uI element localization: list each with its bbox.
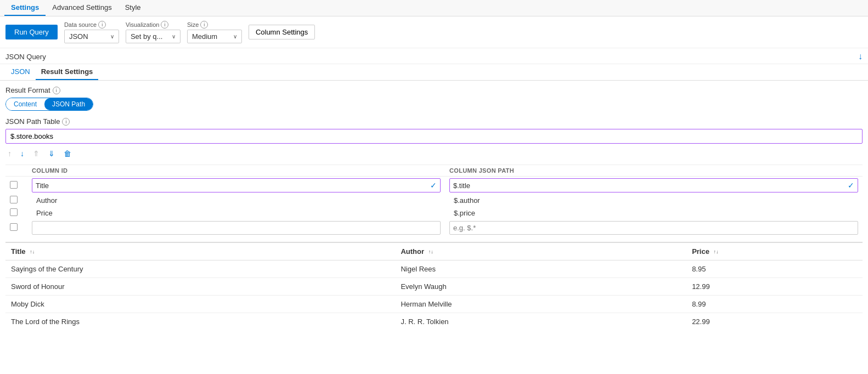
- column-id-value: Title: [36, 182, 49, 190]
- row-checkbox-cell-new: [5, 219, 27, 236]
- size-dropdown[interactable]: Medium ∨: [187, 30, 242, 43]
- row-new-id-cell: [27, 219, 445, 236]
- visualization-label: Visualization i: [126, 21, 181, 29]
- list-item: Sword of HonourEvelyn Waugh12.99: [5, 278, 863, 296]
- columns-table: COLUMN ID COLUMN JSON PATH Title ✓ $: [5, 165, 863, 236]
- column-id-header: COLUMN ID: [27, 165, 445, 177]
- format-content-button[interactable]: Content: [6, 98, 44, 110]
- data-source-dropdown[interactable]: JSON ∨: [64, 30, 119, 43]
- json-query-label: JSON Query: [5, 53, 46, 61]
- result-cell-price: 8.95: [686, 260, 863, 278]
- download-icon[interactable]: ↓: [858, 52, 863, 61]
- result-format-label: Result Format i: [5, 86, 863, 94]
- result-cell-author: Herman Melville: [395, 296, 686, 313]
- column-settings-button[interactable]: Column Settings: [249, 25, 315, 39]
- json-path-value: $.title: [453, 182, 470, 190]
- row-json-path-cell: $.author: [445, 194, 863, 207]
- new-column-id-input[interactable]: [32, 221, 441, 235]
- row-checkbox[interactable]: [10, 181, 18, 189]
- delete-button[interactable]: 🗑: [61, 148, 74, 159]
- list-item: Sayings of the CenturyNigel Rees8.95: [5, 260, 863, 278]
- row-checkbox-cell: [5, 177, 27, 195]
- visualization-dropdown[interactable]: Set by q... ∨: [126, 30, 181, 43]
- json-path-value: $.price: [449, 206, 480, 220]
- results-col-price[interactable]: Price ↑↓: [686, 243, 863, 260]
- results-header-row: Title ↑↓ Author ↑↓ Price ↑↓: [5, 243, 863, 260]
- row-column-id-cell: Price: [27, 207, 445, 219]
- json-path-table-label: JSON Path Table i: [5, 117, 863, 126]
- tab-advanced-settings[interactable]: Advanced Settings: [46, 0, 118, 16]
- result-cell-title: Sayings of the Century: [5, 260, 395, 278]
- result-cell-title: The Lord of the Rings: [5, 313, 395, 331]
- move-up-button[interactable]: ↑: [5, 148, 14, 159]
- row-checkbox-new[interactable]: [10, 223, 18, 231]
- tab-result-settings[interactable]: Result Settings: [36, 64, 99, 80]
- table-row: Author $.author: [5, 194, 863, 207]
- check-icon-path: ✓: [848, 181, 854, 190]
- move-down-button[interactable]: ↓: [18, 148, 26, 159]
- table-row: Title ✓ $.title ✓: [5, 177, 863, 195]
- row-checkbox-cell: [5, 194, 27, 207]
- result-cell-price: 22.99: [686, 313, 863, 331]
- columns-header-row: COLUMN ID COLUMN JSON PATH: [5, 165, 863, 177]
- visualization-group: Visualization i Set by q... ∨: [126, 21, 181, 43]
- results-section: Title ↑↓ Author ↑↓ Price ↑↓ Sayings of t…: [5, 242, 863, 330]
- json-path-input[interactable]: [5, 129, 863, 144]
- sort-icon-author: ↑↓: [429, 250, 433, 254]
- size-label: Size i: [187, 21, 242, 29]
- size-group: Size i Medium ∨: [187, 21, 242, 43]
- row-json-path-cell: $.price: [445, 207, 863, 219]
- top-tabs: Settings Advanced Settings Style: [0, 0, 868, 16]
- tab-settings[interactable]: Settings: [4, 0, 46, 16]
- result-cell-title: Sword of Honour: [5, 278, 395, 296]
- data-source-group: Data source i JSON ∨: [64, 21, 119, 43]
- toolbar: Run Query Data source i JSON ∨ Visualiza…: [0, 16, 868, 48]
- row-new-path-cell: [445, 219, 863, 236]
- column-id-value: Author: [32, 194, 61, 207]
- result-cell-title: Moby Dick: [5, 296, 395, 313]
- result-format-info-icon[interactable]: i: [53, 87, 60, 94]
- run-query-button[interactable]: Run Query: [5, 25, 58, 39]
- json-query-bar: JSON Query ↓: [0, 48, 868, 64]
- table-row-new: [5, 219, 863, 236]
- new-column-path-input[interactable]: [449, 221, 858, 235]
- column-json-path-header: COLUMN JSON PATH: [445, 165, 863, 177]
- row-checkbox[interactable]: [10, 208, 18, 216]
- result-cell-price: 12.99: [686, 278, 863, 296]
- data-source-label: Data source i: [64, 21, 119, 29]
- tab-style[interactable]: Style: [119, 0, 148, 16]
- row-column-id-cell: Author: [27, 194, 445, 207]
- result-cell-author: J. R. R. Tolkien: [395, 313, 686, 331]
- chevron-down-icon: ∨: [110, 33, 114, 39]
- move-to-top-button[interactable]: ⇑: [31, 148, 42, 159]
- action-row: ↑ ↓ ⇑ ⇓ 🗑: [5, 148, 863, 159]
- size-info-icon[interactable]: i: [200, 21, 208, 29]
- column-id-value: Price: [32, 206, 57, 220]
- list-item: The Lord of the RingsJ. R. R. Tolkien22.…: [5, 313, 863, 331]
- checkbox-header: [5, 165, 27, 177]
- visualization-info-icon[interactable]: i: [161, 21, 168, 29]
- list-item: Moby DickHerman Melville8.99: [5, 296, 863, 313]
- results-col-author[interactable]: Author ↑↓: [395, 243, 686, 260]
- result-cell-price: 8.99: [686, 296, 863, 313]
- chevron-down-icon-3: ∨: [233, 33, 237, 39]
- chevron-down-icon-2: ∨: [172, 33, 176, 39]
- row-checkbox-cell: [5, 207, 27, 219]
- result-cell-author: Evelyn Waugh: [395, 278, 686, 296]
- results-table: Title ↑↓ Author ↑↓ Price ↑↓ Sayings of t…: [5, 243, 863, 330]
- json-path-info-icon[interactable]: i: [62, 118, 70, 126]
- result-format-buttons: Content JSON Path: [5, 98, 93, 111]
- sort-icon-title: ↑↓: [30, 250, 35, 254]
- json-path-value: $.author: [449, 194, 484, 207]
- sort-icon-price: ↑↓: [714, 250, 719, 254]
- row-checkbox[interactable]: [10, 196, 18, 203]
- content-area: Result Format i Content JSON Path JSON P…: [0, 81, 868, 336]
- format-json-path-button[interactable]: JSON Path: [44, 98, 93, 110]
- result-cell-author: Nigel Rees: [395, 260, 686, 278]
- tab-json[interactable]: JSON: [5, 64, 36, 80]
- check-icon: ✓: [430, 181, 437, 190]
- data-source-info-icon[interactable]: i: [98, 21, 106, 29]
- row-column-id-cell: Title ✓: [27, 177, 445, 195]
- move-to-bottom-button[interactable]: ⇓: [46, 148, 57, 159]
- results-col-title[interactable]: Title ↑↓: [5, 243, 395, 260]
